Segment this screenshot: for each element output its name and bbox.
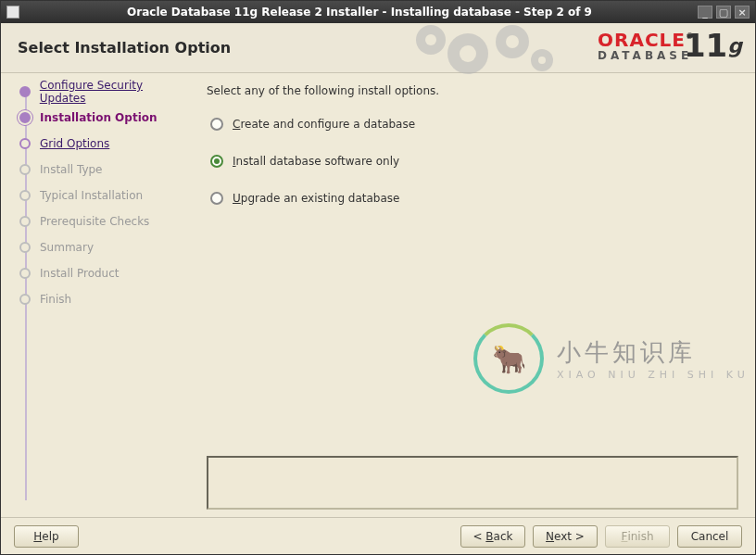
sidebar-step-label: Finish	[40, 293, 71, 306]
step-dot-icon	[19, 216, 31, 227]
sidebar-step-label: Install Product	[40, 267, 120, 280]
oracle-logo: ORACLE® DATABASE	[598, 29, 694, 62]
help-button[interactable]: Help	[14, 525, 79, 548]
sidebar-step-label: Install Type	[40, 163, 103, 176]
svg-point-3	[460, 45, 476, 62]
maximize-button[interactable]: ▢	[716, 6, 731, 19]
svg-point-1	[425, 34, 436, 45]
step-dot-icon	[19, 190, 31, 201]
logo-version: 11g	[684, 27, 742, 64]
next-button[interactable]: Next >	[533, 525, 598, 548]
watermark-logo-icon: 🐂	[473, 323, 544, 394]
logo-brand: ORACLE	[598, 29, 686, 51]
watermark-title: 小牛知识库	[557, 336, 750, 369]
sidebar-step-label: Grid Options	[40, 137, 109, 150]
option-install-software-only[interactable]: Install database software only	[210, 155, 738, 168]
svg-point-5	[506, 35, 519, 48]
header: Select Installation Option ORACLE® DATAB…	[1, 23, 755, 73]
installer-window: Oracle Database 11g Release 2 Installer …	[0, 0, 756, 555]
logo-product: DATABASE	[598, 49, 694, 62]
watermark: 🐂 小牛知识库 XIAO NIU ZHI SHI KU	[473, 323, 750, 394]
sidebar-step-finish: Finish	[8, 292, 188, 307]
footer: Help < Back Next > Finish Cancel	[1, 517, 755, 554]
sidebar-step-install-product: Install Product	[8, 266, 188, 281]
option-label: Install database software only	[233, 155, 399, 168]
sidebar-step-label: Installation Option	[40, 111, 158, 124]
app-icon	[6, 6, 19, 19]
watermark-subtitle: XIAO NIU ZHI SHI KU	[557, 369, 750, 381]
sidebar-step-label: Configure Security Updates	[40, 79, 188, 105]
option-label: Create and configure a database	[233, 118, 415, 131]
page-heading: Select Installation Option	[18, 39, 231, 57]
step-dot-icon	[19, 86, 31, 97]
main-panel: Select any of the following install opti…	[195, 73, 755, 517]
sidebar-step-installation-option: Installation Option	[8, 110, 188, 125]
step-dot-icon	[19, 112, 31, 123]
sidebar-step-prerequisite-checks: Prerequisite Checks	[8, 214, 188, 229]
sidebar-step-configure-security-updates[interactable]: Configure Security Updates	[8, 84, 188, 99]
sidebar-step-summary: Summary	[8, 240, 188, 255]
body: Configure Security Updates Installation …	[1, 73, 755, 517]
window-title: Oracle Database 11g Release 2 Installer …	[25, 6, 694, 19]
radio-icon[interactable]	[210, 118, 223, 131]
finish-button: Finish	[605, 525, 670, 548]
step-dot-icon	[19, 242, 31, 253]
sidebar-step-typical-installation: Typical Installation	[8, 188, 188, 203]
option-label: Upgrade an existing database	[233, 192, 399, 205]
close-button[interactable]: ×	[735, 6, 750, 19]
message-area	[207, 456, 738, 510]
option-create-configure-db[interactable]: Create and configure a database	[210, 118, 738, 131]
radio-icon[interactable]	[210, 192, 223, 205]
option-upgrade-existing-db[interactable]: Upgrade an existing database	[210, 192, 738, 205]
wizard-sidebar: Configure Security Updates Installation …	[1, 73, 195, 517]
step-dot-icon	[19, 164, 31, 175]
cancel-button[interactable]: Cancel	[677, 525, 742, 548]
radio-icon[interactable]	[210, 155, 223, 168]
sidebar-step-install-type: Install Type	[8, 162, 188, 177]
sidebar-step-label: Summary	[40, 241, 94, 254]
instruction-text: Select any of the following install opti…	[207, 84, 738, 97]
sidebar-step-label: Prerequisite Checks	[40, 215, 149, 228]
step-dot-icon	[19, 268, 31, 279]
titlebar[interactable]: Oracle Database 11g Release 2 Installer …	[1, 1, 755, 23]
svg-point-7	[538, 57, 546, 64]
gears-decoration	[403, 21, 561, 77]
step-dot-icon	[19, 138, 31, 149]
sidebar-step-grid-options[interactable]: Grid Options	[8, 136, 188, 151]
step-dot-icon	[19, 294, 31, 305]
back-button[interactable]: < Back	[460, 525, 525, 548]
minimize-button[interactable]: _	[698, 6, 712, 19]
sidebar-step-label: Typical Installation	[40, 189, 143, 202]
